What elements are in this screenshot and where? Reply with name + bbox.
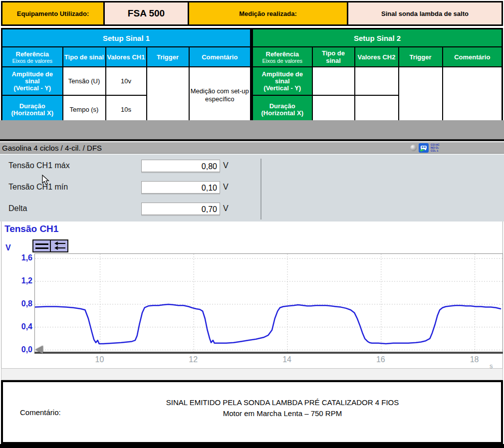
tensao-min-value-field[interactable]: 0,10 bbox=[141, 181, 220, 194]
setup1-amplitude-tipo: Tensão (U) bbox=[63, 67, 106, 95]
y-tick-label: 0,8 bbox=[14, 299, 32, 308]
measurement-row: Tensão CH1 máx 0,80 V bbox=[0, 160, 259, 174]
setup2-trigger-cell bbox=[399, 67, 443, 124]
setup2-col-referencia: ReferênciaEixos de valores bbox=[252, 47, 312, 67]
setup1-col-trigger: Trigger bbox=[147, 47, 189, 67]
setup1-row-duracao: Duração(Horizontal X) bbox=[2, 95, 63, 124]
x-tick-label: 10 bbox=[90, 355, 110, 364]
setup1-comment-cell: Medição com set-up específico bbox=[189, 67, 251, 124]
setup2-title: Setup Sinal 2 bbox=[252, 29, 503, 47]
delta-unit: V bbox=[223, 204, 229, 213]
double-left-arrow-icon bbox=[53, 241, 66, 250]
setup1-col-referencia: ReferênciaEixos de valores bbox=[2, 47, 63, 67]
setup2-duracao-tipo bbox=[312, 95, 355, 124]
setup2-row-amplitude: Amplitude de sinal(Vertical - Y) bbox=[252, 67, 312, 95]
setup1-duracao-valor: 10s bbox=[106, 95, 147, 124]
measurement-panel: Tensão CH1 máx 0,80 V Tensão CH1 mín 0,1… bbox=[0, 154, 504, 222]
x-tick-label: 14 bbox=[277, 355, 297, 364]
scope-buttons bbox=[32, 239, 68, 252]
setup2-amplitude-tipo bbox=[312, 67, 355, 95]
y-tick-label: 1,2 bbox=[14, 276, 32, 285]
curve-lines-button[interactable] bbox=[32, 239, 51, 252]
measurement-value: Sinal sonda lambda de salto bbox=[348, 2, 503, 25]
setup-sinal-2-table: Setup Sinal 2 ReferênciaEixos de valores… bbox=[252, 28, 503, 125]
comment-label: Comentário: bbox=[20, 408, 61, 417]
delta-value-field[interactable]: 0,70 bbox=[141, 203, 220, 215]
mouse-cursor-icon bbox=[42, 175, 50, 186]
report-page: Equipamento Utilizado: FSA 500 Medição r… bbox=[0, 0, 504, 448]
y-tick-label: 0,4 bbox=[14, 322, 32, 331]
setup1-row-amplitude: Amplitude de sinal(Vertical - Y) bbox=[2, 67, 63, 95]
oscilloscope-panel: Tensão CH1 V s 0,00,40,81,21,61012141618 bbox=[1, 222, 503, 368]
x-tick-label: 18 bbox=[465, 355, 485, 364]
measurement-row: Delta 0,70 V bbox=[0, 203, 259, 217]
comment-text: SINAL EMITIDO PELA SONDA LAMBDA PRÉ CATA… bbox=[108, 397, 457, 419]
waveform-svg bbox=[35, 254, 503, 352]
x-tick-label: 16 bbox=[371, 355, 391, 364]
measurement-row: Tensão CH1 mín 0,10 V bbox=[0, 181, 259, 195]
equipment-value: FSA 500 bbox=[104, 2, 189, 25]
software-toolbar: Gasolina 4 ciclos / 4-cil. / DFS CO HC N… bbox=[0, 142, 504, 154]
setup1-trigger-cell bbox=[147, 67, 189, 124]
setup1-duracao-tipo: Tempo (s) bbox=[63, 95, 106, 124]
setup2-comment-cell bbox=[443, 67, 503, 124]
tensao-min-unit: V bbox=[223, 183, 229, 192]
vehicle-system-breadcrumb: Gasolina 4 ciclos / 4-cil. / DFS bbox=[2, 144, 102, 152]
setup2-amplitude-valor bbox=[355, 67, 399, 95]
setup1-title: Setup Sinal 1 bbox=[2, 29, 251, 47]
y-axis-unit-label: V bbox=[5, 243, 11, 252]
setup2-col-tipo: Tipo de sinal bbox=[312, 47, 355, 67]
tensao-max-value-field[interactable]: 0,80 bbox=[141, 160, 220, 172]
measurement-label: Medição realizada: bbox=[189, 2, 348, 25]
bottom-border-bar bbox=[0, 444, 504, 448]
gray-spacer-band bbox=[0, 120, 504, 141]
chart-title: Tensão CH1 bbox=[4, 224, 58, 234]
scroll-back-button[interactable] bbox=[50, 239, 68, 252]
setup2-col-comentario: Comentário bbox=[443, 47, 503, 67]
equipment-header: Equipamento Utilizado: FSA 500 Medição r… bbox=[1, 1, 503, 26]
y-tick-label: 0,0 bbox=[14, 345, 32, 354]
zero-level-marker[interactable] bbox=[35, 346, 43, 354]
panel-divider bbox=[260, 159, 261, 220]
setup2-col-valores: Valores CH2 bbox=[355, 47, 399, 67]
tensao-min-label: Tensão CH1 mín bbox=[8, 183, 68, 192]
y-tick-label: 1,6 bbox=[14, 253, 32, 262]
plot-area bbox=[34, 253, 503, 352]
setup2-col-trigger: Trigger bbox=[399, 47, 443, 67]
chart-bottom-strip bbox=[1, 368, 503, 380]
setup2-duracao-valor bbox=[355, 95, 399, 124]
x-axis-line bbox=[34, 352, 503, 354]
setup1-col-comentario: Comentário bbox=[189, 47, 251, 67]
delta-label: Delta bbox=[8, 204, 27, 213]
status-sphere-icon[interactable] bbox=[410, 145, 417, 151]
setup1-col-valores: Valores CH1 bbox=[106, 47, 147, 67]
equipment-label: Equipamento Utilizado: bbox=[2, 2, 104, 25]
setup2-row-duracao: Duração(Horizontal X) bbox=[252, 95, 312, 124]
tensao-max-unit: V bbox=[223, 161, 229, 170]
x-tick-label: 12 bbox=[183, 355, 203, 364]
setup1-amplitude-valor: 10v bbox=[106, 67, 147, 95]
exhaust-gas-values-icon[interactable]: CO HC NO O₂ CO₂ λ bbox=[431, 143, 446, 153]
tensao-max-label: Tensão CH1 máx bbox=[8, 161, 70, 170]
setup1-col-tipo: Tipo de sinal bbox=[63, 47, 106, 67]
setup-sinal-1-table: Setup Sinal 1 ReferênciaEixos de valores… bbox=[1, 28, 252, 125]
comment-box: Comentário: SINAL EMITIDO PELA SONDA LAM… bbox=[1, 380, 503, 444]
vehicle-car-icon[interactable] bbox=[419, 143, 429, 153]
